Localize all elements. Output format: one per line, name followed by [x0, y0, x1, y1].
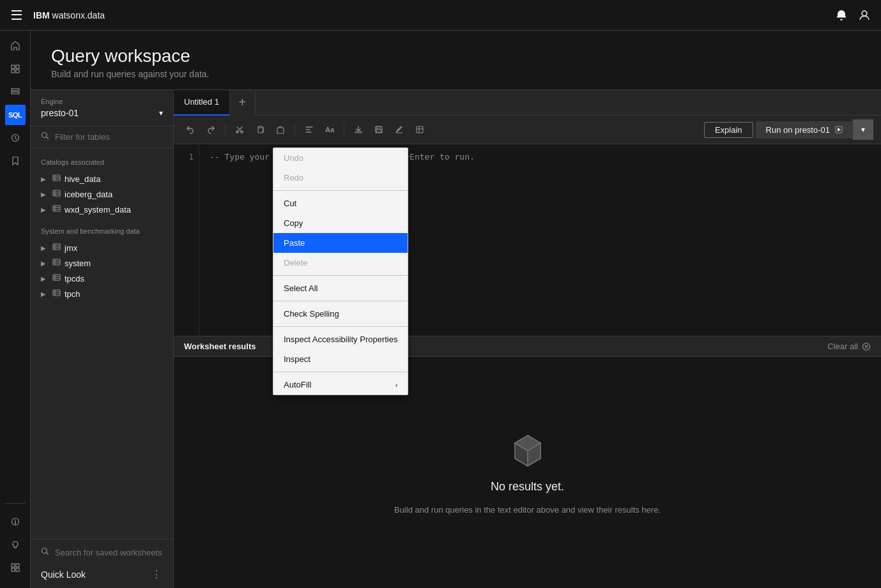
catalog-name-tpcds: tpcds — [65, 274, 84, 283]
catalog-chevron-icon: ▶ — [41, 245, 49, 252]
quick-look-options-icon[interactable]: ⋮ — [151, 568, 163, 580]
main-layout: SQL — [0, 31, 881, 588]
ctx-menu-item-cut[interactable]: Cut — [273, 193, 408, 213]
ctx-menu-item-redo: Redo — [273, 168, 408, 188]
svg-rect-2 — [16, 65, 19, 68]
catalog-group-label-system: System and benchmarking data — [31, 225, 173, 240]
filter-input[interactable] — [55, 132, 163, 142]
catalog-item-jmx[interactable]: ▶ jmx — [31, 240, 173, 255]
catalog-db-icon — [52, 243, 61, 253]
catalog-db-icon — [52, 273, 61, 283]
svg-point-9 — [15, 519, 16, 520]
engine-select[interactable]: presto-01 ▾ — [41, 108, 163, 118]
svg-rect-20 — [53, 275, 60, 280]
ctx-menu-item-autofill[interactable]: AutoFill › — [273, 375, 408, 395]
ctx-menu-item-spelling[interactable]: Check Spelling — [273, 304, 408, 324]
catalog-name-tpch: tpch — [65, 289, 80, 299]
catalog-name-jmx: jmx — [65, 243, 77, 253]
sidebar-icon-grid-bottom[interactable] — [5, 557, 26, 578]
catalog-name-hive-data: hive_data — [65, 174, 100, 184]
svg-rect-21 — [53, 290, 60, 296]
ctx-separator-1 — [273, 190, 408, 191]
ctx-menu-item-paste[interactable]: Paste — [273, 233, 408, 253]
catalog-chevron-icon: ▶ — [41, 176, 49, 183]
svg-rect-4 — [16, 70, 19, 73]
svg-rect-3 — [11, 70, 15, 73]
page-subtitle: Build and run queries against your data. — [51, 69, 861, 79]
worksheet-search-wrap — [41, 547, 163, 558]
catalog-item-tpcds[interactable]: ▶ tpcds — [31, 271, 173, 286]
svg-rect-15 — [53, 175, 60, 181]
svg-rect-5 — [11, 89, 19, 91]
catalog-chevron-icon: ▶ — [41, 260, 49, 267]
svg-rect-16 — [53, 190, 60, 196]
sidebar-icon-history[interactable] — [5, 128, 26, 148]
icon-sidebar: SQL — [0, 31, 31, 588]
topnav-right — [835, 9, 871, 22]
ctx-menu-item-selectall[interactable]: Select All — [273, 278, 408, 298]
catalogs-section: Catalogs associated ▶ hive_data — [31, 148, 173, 539]
menu-icon[interactable] — [10, 9, 23, 22]
ctx-separator-3 — [273, 301, 408, 301]
catalog-item-wxd-system[interactable]: ▶ wxd_system_data — [31, 202, 173, 217]
ctx-menu-item-accessibility[interactable]: Inspect Accessibility Properties — [273, 329, 408, 349]
catalog-db-icon — [52, 204, 61, 215]
svg-rect-6 — [11, 92, 19, 94]
catalog-db-icon — [52, 258, 61, 268]
left-panel: Engine presto-01 ▾ — [31, 90, 174, 588]
engine-label: Engine — [41, 98, 163, 105]
ctx-menu-item-delete: Delete — [273, 253, 408, 273]
catalog-chevron-icon: ▶ — [41, 275, 49, 282]
catalog-chevron-icon: ▶ — [41, 290, 49, 298]
svg-rect-11 — [16, 564, 19, 567]
ctx-menu-item-copy[interactable]: Copy — [273, 213, 408, 233]
quick-look-label: Quick Look — [41, 569, 86, 580]
app-title: IBM watsonx.data — [33, 10, 105, 20]
svg-rect-13 — [16, 568, 19, 571]
catalog-item-system[interactable]: ▶ system — [31, 255, 173, 271]
sidebar-icon-layers[interactable] — [5, 82, 26, 102]
sidebar-icon-sql[interactable]: SQL — [5, 105, 26, 125]
page-title: Query workspace — [51, 46, 861, 66]
quick-look-row[interactable]: Quick Look ⋮ — [41, 566, 163, 583]
catalog-name-wxd-system: wxd_system_data — [65, 205, 131, 215]
filter-section — [31, 126, 173, 148]
ctx-separator-2 — [273, 275, 408, 276]
catalog-group-label-associated: Catalogs associated — [31, 156, 173, 171]
engine-chevron-icon: ▾ — [159, 109, 163, 117]
ctx-separator-4 — [273, 326, 408, 327]
worksheet-search-icon — [41, 547, 50, 558]
worksheet-search-input[interactable] — [55, 548, 163, 557]
catalog-db-icon — [52, 289, 61, 299]
sidebar-icon-bookmark[interactable] — [5, 151, 26, 171]
context-menu-overlay[interactable]: Undo Redo Cut Copy — [174, 90, 881, 588]
svg-rect-19 — [53, 259, 60, 265]
svg-rect-17 — [53, 206, 60, 211]
context-menu: Undo Redo Cut Copy — [273, 147, 408, 395]
autofill-submenu-icon: › — [395, 381, 398, 389]
catalog-chevron-icon: ▶ — [41, 206, 49, 213]
left-panel-bottom: Quick Look ⋮ — [31, 539, 173, 588]
svg-rect-1 — [11, 65, 15, 68]
svg-rect-12 — [11, 568, 15, 571]
catalog-name-system: system — [65, 259, 91, 268]
catalog-item-hive-data[interactable]: ▶ hive_data — [31, 171, 173, 186]
catalog-name-iceberg-data: iceberg_data — [65, 190, 112, 199]
sidebar-icon-info[interactable] — [5, 511, 26, 532]
sidebar-icon-home[interactable] — [5, 36, 26, 56]
top-navigation: IBM watsonx.data — [0, 0, 881, 31]
ctx-menu-item-inspect[interactable]: Inspect — [273, 349, 408, 369]
user-icon[interactable] — [858, 9, 871, 22]
catalog-item-tpch[interactable]: ▶ tpch — [31, 286, 173, 301]
notification-icon[interactable] — [835, 9, 848, 22]
page: Query workspace Build and run queries ag… — [31, 31, 881, 588]
catalog-item-iceberg-data[interactable]: ▶ iceberg_data — [31, 186, 173, 202]
page-header: Query workspace Build and run queries ag… — [31, 31, 881, 90]
right-panel: Untitled 1 + — [174, 90, 881, 588]
ctx-separator-5 — [273, 372, 408, 372]
sidebar-icon-grid[interactable] — [5, 59, 26, 79]
svg-rect-10 — [11, 564, 15, 567]
engine-section: Engine presto-01 ▾ — [31, 90, 173, 126]
catalog-chevron-icon: ▶ — [41, 191, 49, 198]
sidebar-icon-bulb[interactable] — [5, 534, 26, 555]
